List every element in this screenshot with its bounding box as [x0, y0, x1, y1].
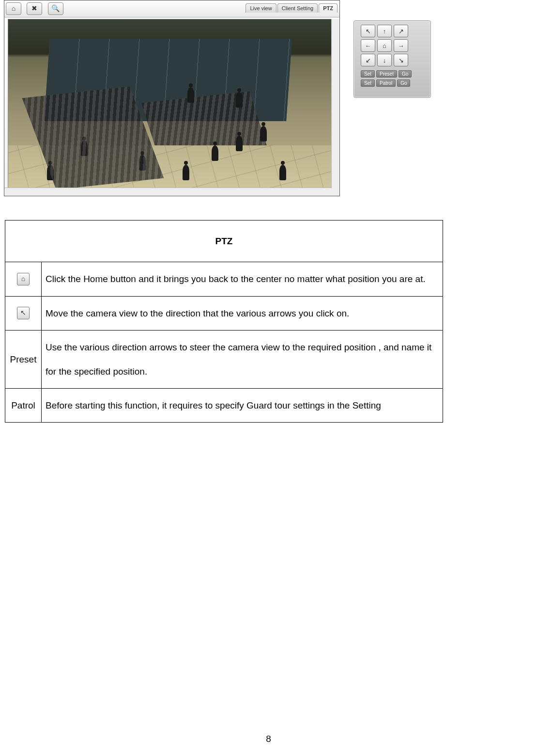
preset-go-button[interactable]: Go — [399, 70, 412, 78]
tools-icon[interactable]: ✖ — [27, 2, 42, 15]
page-number: 8 — [0, 734, 537, 744]
ptz-left-button[interactable]: ← — [361, 39, 375, 52]
tab-bar: Live view Client Setting PTZ — [246, 3, 338, 13]
row-home-desc: Click the Home button and it brings you … — [42, 262, 443, 296]
tab-client-setting[interactable]: Client Setting — [277, 3, 318, 13]
preset-set-button[interactable]: Set — [361, 70, 375, 78]
tab-live-view[interactable]: Live view — [245, 3, 276, 13]
tab-ptz[interactable]: PTZ — [319, 3, 338, 13]
patrol-go-button[interactable]: Go — [397, 79, 410, 87]
ptz-sw-button[interactable]: ↙ — [361, 54, 375, 66]
table-title: PTZ — [5, 220, 443, 262]
patrol-label-button[interactable]: Patrol — [376, 79, 396, 87]
ptz-right-button[interactable]: → — [394, 39, 408, 52]
ptz-nw-button[interactable]: ↖ — [361, 25, 375, 37]
camera-ui-screenshot: ⌂ ✖ 🔍 Live view Client Setting PTZ — [4, 0, 340, 196]
search-icon[interactable]: 🔍 — [48, 2, 63, 15]
preset-label-button[interactable]: Preset — [376, 70, 397, 78]
row-preset-label: Preset — [5, 331, 42, 389]
row-arrow-desc: Move the camera view to the direction th… — [42, 296, 443, 330]
home-icon[interactable]: ⌂ — [6, 2, 21, 15]
row-arrow-icon-cell: ↖ — [5, 296, 42, 330]
ptz-ne-button[interactable]: ↗ — [394, 25, 408, 37]
ptz-control-panel: ↖ ↑ ↗ ← ⌂ → ↙ ↓ ↘ Set Preset Go Set Patr… — [353, 20, 431, 98]
video-feed — [8, 19, 336, 192]
ptz-home-button[interactable]: ⌂ — [377, 39, 392, 52]
arrow-nw-icon: ↖ — [17, 307, 30, 319]
scrollbar-vertical[interactable] — [331, 19, 339, 196]
ptz-down-button[interactable]: ↓ — [377, 54, 392, 66]
row-patrol-desc: Before starting this function, it requir… — [42, 388, 443, 422]
ptz-se-button[interactable]: ↘ — [394, 54, 408, 66]
scene-escalators — [8, 19, 336, 192]
scrollbar-horizontal[interactable] — [4, 188, 332, 196]
home-icon: ⌂ — [17, 273, 30, 285]
row-patrol-label: Patrol — [5, 388, 42, 422]
patrol-set-button[interactable]: Set — [361, 79, 375, 87]
row-preset-desc: Use the various direction arrows to stee… — [42, 331, 443, 389]
toolbar: ⌂ ✖ 🔍 Live view Client Setting PTZ — [4, 0, 339, 17]
ptz-up-button[interactable]: ↑ — [377, 25, 392, 37]
row-home-icon-cell: ⌂ — [5, 262, 42, 296]
ptz-description-table: PTZ ⌂ Click the Home button and it bring… — [5, 220, 443, 423]
